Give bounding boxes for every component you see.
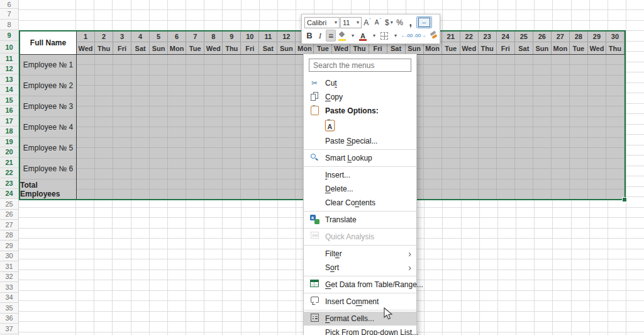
employee-name-cell[interactable]: Employee № 4: [20, 117, 76, 138]
day-number-cell[interactable]: 4: [131, 31, 150, 42]
employee-name-cell[interactable]: Total Employees: [20, 179, 76, 200]
day-name-cell[interactable]: Sun: [533, 42, 552, 54]
menu-item[interactable]: Insert Comment: [304, 295, 416, 310]
menu-item[interactable]: Copy: [304, 90, 416, 104]
employee-name-cell[interactable]: Employee № 6: [20, 159, 76, 179]
bold-button[interactable]: B: [304, 30, 314, 42]
day-name-cell[interactable]: Sun: [277, 42, 296, 54]
row-header[interactable]: 7: [0, 9, 18, 20]
day-name-cell[interactable]: Mon: [168, 42, 186, 54]
row-header[interactable]: 16: [0, 106, 18, 116]
fill-color-dropdown[interactable]: ▾: [347, 30, 357, 42]
day-name-cell[interactable]: Wed: [77, 42, 95, 54]
employee-name-cell[interactable]: Employee № 5: [20, 138, 76, 159]
employee-name-cell[interactable]: Employee № 3: [20, 96, 76, 117]
menu-item[interactable]: Format Cells...: [304, 312, 416, 326]
day-number-cell[interactable]: 7: [186, 31, 204, 42]
decrease-decimal-button[interactable]: .00→: [414, 30, 426, 42]
day-number-cell[interactable]: 6: [168, 31, 186, 42]
day-number-cell[interactable]: 21: [442, 31, 460, 42]
day-number-cell[interactable]: 1: [77, 31, 95, 42]
day-name-cell[interactable]: Wed: [588, 42, 606, 54]
borders-dropdown[interactable]: ▾: [390, 30, 400, 42]
day-number-cell[interactable]: 9: [223, 31, 241, 42]
menu-item[interactable]: Pick From Drop-down List...: [304, 326, 416, 335]
day-name-cell[interactable]: Fri: [241, 42, 259, 54]
row-header[interactable]: 25: [0, 199, 18, 210]
day-number-cell[interactable]: 23: [479, 31, 497, 42]
row-header[interactable]: 10: [0, 41, 18, 54]
day-number-cell[interactable]: 12: [277, 31, 296, 42]
row-header[interactable]: 29: [0, 241, 18, 251]
row-header[interactable]: 17: [0, 116, 18, 127]
font-color-button[interactable]: A: [358, 30, 368, 42]
menu-item[interactable]: Paste Options:: [304, 104, 416, 118]
day-number-cell[interactable]: 5: [150, 31, 168, 42]
menu-item[interactable]: Get Data from Table/Range...: [304, 278, 416, 293]
day-number-cell[interactable]: 22: [460, 31, 479, 42]
row-header[interactable]: 18: [0, 127, 18, 137]
menu-item[interactable]: Sort ›: [304, 261, 416, 276]
day-name-cell[interactable]: Tue: [186, 42, 204, 54]
menu-item[interactable]: Delete...: [304, 182, 416, 196]
day-name-cell[interactable]: Thu: [223, 42, 241, 54]
font-size-select[interactable]: 11 ▾: [340, 17, 362, 28]
day-number-cell[interactable]: 8: [204, 31, 223, 42]
day-name-cell[interactable]: Sat: [131, 42, 150, 54]
row-header[interactable]: 32: [0, 272, 18, 283]
day-number-cell[interactable]: 2: [95, 31, 113, 42]
row-header[interactable]: 30: [0, 251, 18, 262]
italic-button[interactable]: I: [315, 30, 325, 42]
menu-item[interactable]: [304, 118, 416, 134]
row-header[interactable]: 19: [0, 137, 18, 147]
row-header[interactable]: 13: [0, 74, 18, 85]
row-header[interactable]: 37: [0, 324, 18, 334]
row-header[interactable]: 26: [0, 210, 18, 220]
merge-center-button[interactable]: ↔: [416, 16, 432, 28]
menu-item[interactable]: ✂ Cut: [304, 76, 416, 90]
row-header[interactable]: 9: [0, 30, 18, 41]
row-header[interactable]: 24: [0, 189, 18, 200]
day-number-cell[interactable]: 30: [606, 31, 625, 42]
row-header[interactable]: 34: [0, 293, 18, 304]
accounting-format-button[interactable]: $ ▾: [384, 16, 394, 28]
row-header[interactable]: 22: [0, 168, 18, 179]
row-header[interactable]: 11: [0, 54, 18, 64]
comma-style-button[interactable]: ,: [406, 16, 416, 28]
menu-item[interactable]: Paste Special...: [304, 134, 416, 150]
row-header[interactable]: 21: [0, 157, 18, 168]
search-input[interactable]: [309, 59, 411, 72]
day-number-cell[interactable]: 29: [588, 31, 606, 42]
day-name-cell[interactable]: Wed: [460, 42, 479, 54]
row-header[interactable]: 35: [0, 303, 18, 314]
day-name-cell[interactable]: Fri: [113, 42, 131, 54]
day-name-cell[interactable]: Sun: [150, 42, 168, 54]
row-header[interactable]: 36: [0, 314, 18, 324]
menu-item[interactable]: Quick Analysis: [304, 230, 416, 246]
format-painter-button[interactable]: [427, 30, 437, 42]
row-header[interactable]: 12: [0, 64, 18, 75]
row-header[interactable]: 15: [0, 95, 18, 106]
day-name-cell[interactable]: Fri: [497, 42, 515, 54]
employee-name-cell[interactable]: Employee № 1: [20, 55, 76, 76]
align-center-button[interactable]: ≡: [326, 30, 336, 42]
fill-color-button[interactable]: [336, 30, 347, 42]
grow-font-button[interactable]: Aˆ: [362, 16, 372, 28]
day-name-cell[interactable]: Thu: [95, 42, 113, 54]
day-number-cell[interactable]: 3: [113, 31, 131, 42]
day-name-cell[interactable]: Tue: [570, 42, 588, 54]
day-name-cell[interactable]: Thu: [479, 42, 497, 54]
increase-decimal-button[interactable]: ←.00: [401, 30, 413, 42]
row-header[interactable]: 28: [0, 230, 18, 241]
row-header[interactable]: 31: [0, 261, 18, 272]
day-number-cell[interactable]: 11: [259, 31, 277, 42]
day-name-cell[interactable]: Wed: [204, 42, 223, 54]
day-number-cell[interactable]: 27: [552, 31, 570, 42]
row-header[interactable]: 8: [0, 20, 18, 30]
day-name-cell[interactable]: Sat: [515, 42, 533, 54]
full-name-header-cell[interactable]: Full Name: [20, 31, 76, 55]
employee-name-cell[interactable]: Employee № 2: [20, 76, 76, 96]
menu-item[interactable]: Insert...: [304, 168, 416, 182]
menu-item[interactable]: Smart Lookup: [304, 151, 416, 167]
row-header[interactable]: 23: [0, 178, 18, 189]
